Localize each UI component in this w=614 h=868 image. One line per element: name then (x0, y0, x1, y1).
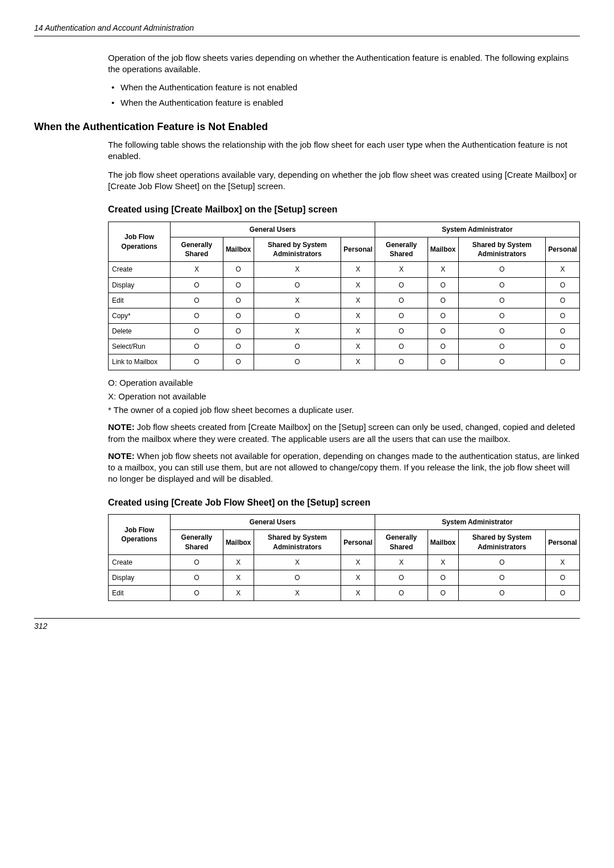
table-title: Created using [Create Job Flow Sheet] on… (108, 496, 580, 509)
col-shared-by-admins: Shared by System Adminis­trators (458, 530, 546, 554)
note-text: When job flow sheets not available for o… (108, 451, 579, 484)
cell-value: X (546, 554, 580, 570)
cell-value: X (428, 262, 458, 277)
cell-value: O (458, 293, 546, 308)
row-operation: Edit (109, 293, 171, 308)
cell-value: O (375, 277, 428, 293)
cell-value: O (458, 586, 546, 601)
cell-value: O (546, 277, 580, 293)
cell-value: X (341, 308, 375, 323)
cell-value: O (223, 324, 254, 339)
cell-value: O (223, 308, 254, 323)
col-generally-shared: Generally Shared (375, 237, 428, 261)
cell-value: O (254, 277, 341, 293)
cell-value: X (341, 570, 375, 586)
section-heading: When the Authentication Feature is Not E… (34, 120, 580, 133)
cell-value: O (458, 339, 546, 354)
cell-value: O (171, 586, 223, 601)
cell-value: O (428, 324, 458, 339)
cell-value: O (171, 339, 223, 354)
cell-value: O (428, 354, 458, 370)
col-mailbox: Mailbox (428, 530, 458, 554)
cell-value: O (546, 586, 580, 601)
col-personal: Personal (341, 237, 375, 261)
cell-value: O (428, 277, 458, 293)
col-group-general: General Users (171, 222, 375, 237)
page-number: 312 (34, 621, 47, 631)
cell-value: X (223, 586, 254, 601)
cell-value: O (171, 354, 223, 370)
col-group-admin: System Administrator (375, 222, 579, 237)
col-group-admin: System Administrator (375, 515, 579, 530)
body-paragraph: The following table shows the relationsh… (108, 139, 580, 162)
cell-value: O (223, 293, 254, 308)
cell-value: O (254, 308, 341, 323)
cell-value: O (458, 324, 546, 339)
cell-value: X (341, 586, 375, 601)
row-operation: Display (109, 570, 171, 586)
row-operation: Link to Mailbox (109, 354, 171, 370)
legend-x: X: Operation not available (108, 391, 580, 402)
cell-value: X (171, 262, 223, 277)
row-operation: Create (109, 262, 171, 277)
cell-value: O (458, 308, 546, 323)
cell-value: O (254, 339, 341, 354)
col-group-general: General Users (171, 515, 375, 530)
cell-value: O (375, 308, 428, 323)
cell-value: O (171, 324, 223, 339)
col-mailbox: Mailbox (223, 530, 254, 554)
cell-value: O (375, 586, 428, 601)
row-operation: Create (109, 554, 171, 570)
cell-value: O (546, 324, 580, 339)
cell-value: O (458, 262, 546, 277)
col-shared-by-admins: Shared by System Adminis­trators (254, 530, 341, 554)
table-row: EditOXXXOOOO (109, 586, 580, 601)
cell-value: O (546, 354, 580, 370)
cell-value: O (428, 570, 458, 586)
note-paragraph: NOTE: Job flow sheets created from [Crea… (108, 422, 580, 445)
row-operation: Edit (109, 586, 171, 601)
running-header: 14 Authentication and Account Administra… (34, 23, 580, 34)
note-label: NOTE: (108, 451, 135, 461)
cell-value: X (254, 262, 341, 277)
cell-value: O (375, 339, 428, 354)
col-mailbox: Mailbox (428, 237, 458, 261)
col-generally-shared: Generally Shared (171, 530, 223, 554)
cell-value: X (375, 262, 428, 277)
cell-value: O (375, 324, 428, 339)
cell-value: O (546, 570, 580, 586)
col-personal: Personal (546, 237, 580, 261)
cell-value: X (341, 339, 375, 354)
col-rowhead: Job Flow Operations (109, 222, 171, 262)
cell-value: O (375, 354, 428, 370)
table-row: EditOOXXOOOO (109, 293, 580, 308)
cell-value: O (171, 570, 223, 586)
col-personal: Personal (341, 530, 375, 554)
bullet-item: When the Authentication feature is enabl… (108, 97, 580, 108)
bullet-list: When the Authentication feature is not e… (108, 82, 580, 108)
note-label: NOTE: (108, 422, 135, 432)
cell-value: X (341, 324, 375, 339)
page-footer: 312 (34, 618, 580, 632)
cell-value: O (254, 354, 341, 370)
row-operation: Copy* (109, 308, 171, 323)
table-row: CreateXOXXXXOX (109, 262, 580, 277)
cell-value: O (223, 339, 254, 354)
cell-value: O (375, 570, 428, 586)
table-row: Link to MailboxOOOXOOOO (109, 354, 580, 370)
cell-value: O (223, 262, 254, 277)
cell-value: O (428, 308, 458, 323)
cell-value: O (428, 339, 458, 354)
cell-value: X (254, 554, 341, 570)
table-create-jobflow: Job Flow Operations General Users System… (108, 514, 580, 601)
col-mailbox: Mailbox (223, 237, 254, 261)
cell-value: O (254, 570, 341, 586)
cell-value: X (254, 586, 341, 601)
col-rowhead: Job Flow Operations (109, 515, 171, 555)
cell-value: X (341, 293, 375, 308)
cell-value: O (375, 293, 428, 308)
table-row: DisplayOOOXOOOO (109, 277, 580, 293)
cell-value: X (341, 554, 375, 570)
header-rule (34, 36, 580, 36)
col-personal: Personal (546, 530, 580, 554)
